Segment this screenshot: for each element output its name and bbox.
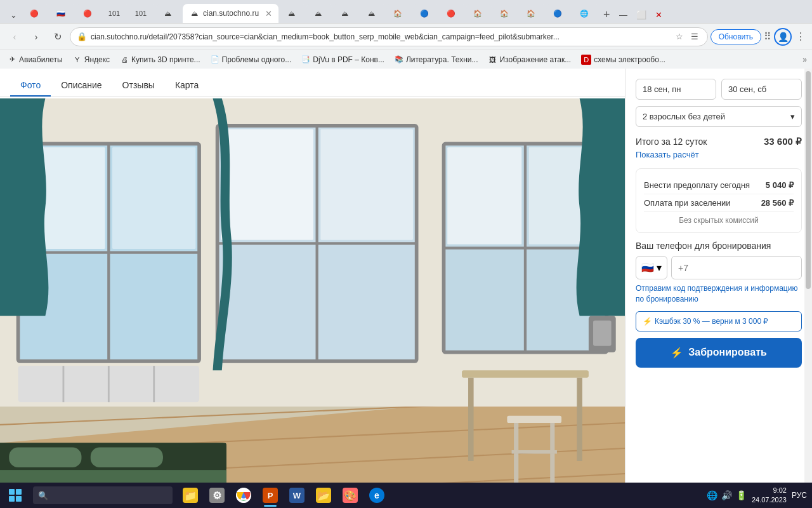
- svg-rect-13: [112, 147, 195, 249]
- reload-btn[interactable]: ↻: [48, 27, 67, 46]
- prepay-row: Внести предоплату сегодня 5 040 ₽: [644, 177, 794, 194]
- tab-10[interactable]: ⛰: [333, 4, 358, 23]
- network-icon[interactable]: 🌐: [707, 490, 717, 500]
- bookmark-flights[interactable]: ✈ Авиабилеты: [5, 54, 65, 65]
- start-button[interactable]: [0, 483, 30, 508]
- tab-1-favicon: 🔴: [29, 8, 39, 18]
- tab-4[interactable]: 101: [103, 4, 128, 23]
- checkin-date[interactable]: 18 сен, пн: [636, 79, 716, 100]
- tab-19[interactable]: 🌐: [573, 4, 598, 23]
- restore-btn[interactable]: ⬜: [633, 6, 650, 23]
- tab-12[interactable]: 🏠: [386, 4, 412, 23]
- back-btn[interactable]: ‹: [5, 27, 24, 46]
- checkout-date[interactable]: 30 сен, сб: [721, 79, 802, 100]
- taskbar-file-explorer[interactable]: 📁: [178, 483, 203, 508]
- current-time: 9:02: [752, 486, 787, 495]
- files-icon: 📂: [316, 488, 331, 503]
- taskbar-edge[interactable]: e: [364, 483, 390, 508]
- profile-btn[interactable]: 👤: [774, 28, 792, 46]
- taskbar-time[interactable]: 9:02 24.07.2023: [752, 486, 787, 505]
- tab-18[interactable]: 🔵: [546, 4, 572, 23]
- taskbar-chrome[interactable]: [231, 483, 256, 508]
- taskbar-search[interactable]: 🔍: [33, 486, 173, 504]
- update-button[interactable]: Обновить: [710, 29, 761, 44]
- tab-3[interactable]: 🔴: [76, 4, 102, 23]
- volume-icon[interactable]: 🔊: [721, 490, 732, 500]
- country-select[interactable]: 🇷🇺 ▾: [636, 256, 667, 279]
- tab-12-favicon: 🏠: [393, 8, 403, 18]
- tab-6[interactable]: ⛰: [156, 4, 181, 23]
- bookmark-3d-label: Купить 3D принте...: [131, 55, 200, 64]
- tab-7-active[interactable]: ⛰ cian.sutochno.ru ✕: [183, 4, 278, 23]
- tab-5-favicon: 101: [136, 8, 146, 18]
- taskbar-apps: 📁 ⚙ P W 📂 🎨 e: [175, 483, 702, 508]
- forward-btn[interactable]: ›: [27, 27, 46, 46]
- bookmark-3d[interactable]: 🖨 Купить 3D принте...: [117, 54, 203, 65]
- sys-tray-icons: 🌐 🔊 🔋: [707, 490, 747, 500]
- bookmark-lit[interactable]: 📚 Литература. Техни...: [392, 54, 481, 65]
- tab-2[interactable]: 🇷🇺: [49, 4, 75, 23]
- tab-17[interactable]: 🏠: [520, 4, 545, 23]
- tab-7-close[interactable]: ✕: [265, 9, 272, 18]
- tab-5[interactable]: 101: [129, 4, 155, 23]
- guests-select[interactable]: 2 взрослых без детей ▾: [636, 106, 802, 127]
- bookmark-schemes[interactable]: D схемы электрообо...: [579, 53, 668, 66]
- room-photo: [0, 97, 625, 508]
- taskbar-settings[interactable]: ⚙: [204, 483, 230, 508]
- main-image: 1/4: [0, 97, 625, 508]
- address-bar[interactable]: 🔒 cian.sutochno.ru/detail/207358?cian_so…: [70, 27, 708, 46]
- tab-list-btn[interactable]: ⌄: [5, 6, 22, 23]
- date-inputs: 18 сен, пн 30 сен, сб: [636, 79, 802, 100]
- menu-kebab-icon[interactable]: ⋮: [794, 29, 807, 44]
- new-tab-btn[interactable]: +: [599, 8, 614, 22]
- current-date: 24.07.2023: [752, 495, 787, 505]
- extensions-icon[interactable]: ⠿: [764, 30, 771, 43]
- language-indicator[interactable]: РУС: [792, 491, 807, 500]
- bookmark-star-icon[interactable]: ☆: [673, 30, 686, 43]
- svg-rect-45: [593, 321, 612, 346]
- tab-11-favicon: ⛰: [366, 8, 376, 18]
- battery-icon[interactable]: 🔋: [736, 490, 747, 500]
- file-explorer-icon: 📁: [183, 488, 198, 503]
- tab-description[interactable]: Описание: [51, 75, 112, 97]
- tab-8-favicon: ⛰: [286, 8, 296, 18]
- minimize-btn[interactable]: —: [615, 6, 632, 23]
- bookmark-img[interactable]: 🖼 Изображение атак...: [486, 54, 574, 65]
- bookmark-problems-label: Проблемы одного...: [222, 55, 292, 64]
- lock-icon: 🔒: [77, 32, 87, 41]
- tab-1[interactable]: 🔴: [23, 4, 48, 23]
- tab-map[interactable]: Карта: [165, 75, 209, 97]
- taskbar-powerpoint[interactable]: P: [258, 483, 283, 508]
- tab-15[interactable]: 🏠: [466, 4, 492, 23]
- bookmark-yandex[interactable]: Y Яндекс: [70, 54, 112, 65]
- word-icon: W: [289, 488, 304, 503]
- tab-11[interactable]: ⛰: [360, 4, 385, 23]
- show-calc-link[interactable]: Показать расчёт: [636, 150, 802, 159]
- tab-7-title: cian.sutochno.ru: [203, 9, 259, 18]
- tab-9[interactable]: ⛰: [306, 4, 332, 23]
- bookmark-problems[interactable]: 📄 Проблемы одного...: [208, 54, 294, 65]
- problems-icon: 📄: [211, 55, 219, 64]
- tab-8[interactable]: ⛰: [280, 4, 305, 23]
- schemes-icon: D: [581, 55, 591, 65]
- lit-icon: 📚: [395, 55, 403, 64]
- taskbar: 🔍 📁 ⚙ P W 📂 🎨 e 🌐: [0, 483, 812, 508]
- tab-photo[interactable]: Фото: [10, 75, 51, 97]
- page-scrollbar[interactable]: [804, 69, 812, 508]
- scroll-thumb[interactable]: [806, 71, 811, 290]
- taskbar-files[interactable]: 📂: [311, 483, 336, 508]
- taskbar-app2[interactable]: 🎨: [337, 483, 363, 508]
- bookmark-djvu[interactable]: 📑 DjVu в PDF – Конв...: [299, 54, 387, 65]
- tab-16[interactable]: 🏠: [493, 4, 518, 23]
- phone-input[interactable]: [671, 256, 802, 279]
- windows-logo-icon: [9, 489, 22, 502]
- bookmarks-more[interactable]: »: [802, 55, 807, 64]
- cashback-icon: ⚡: [643, 317, 652, 326]
- tab-14[interactable]: 🔴: [440, 4, 465, 23]
- close-btn[interactable]: ✕: [651, 6, 667, 23]
- taskbar-word[interactable]: W: [284, 483, 310, 508]
- reader-mode-icon[interactable]: ☰: [688, 30, 701, 43]
- book-button[interactable]: ⚡ Забронировать: [636, 338, 802, 368]
- tab-13[interactable]: 🔵: [413, 4, 438, 23]
- tab-reviews[interactable]: Отзывы: [112, 75, 165, 97]
